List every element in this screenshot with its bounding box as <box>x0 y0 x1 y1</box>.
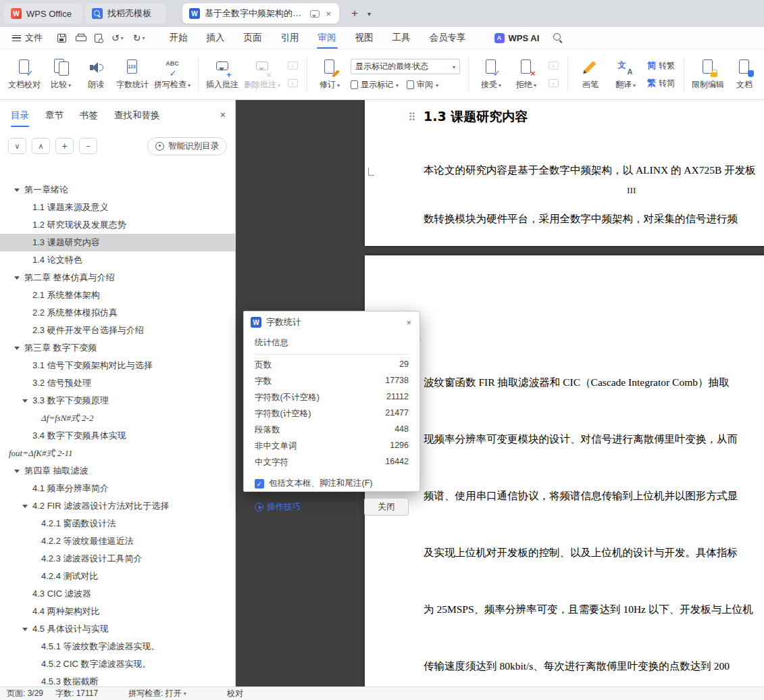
markup-state-select[interactable]: 显示标记的最终状态 <box>351 59 460 74</box>
toc-item[interactable]: 4.5 具体设计与实现 <box>0 620 235 638</box>
operation-tips-link[interactable]: 操作技巧 <box>255 501 301 513</box>
toc-item[interactable]: 4.2 FIR 滤波器设计方法对比于选择 <box>0 497 235 515</box>
restrict-edit-button[interactable]: 限制编辑 <box>689 53 727 96</box>
proofread-button[interactable]: 校对 <box>227 688 243 699</box>
read-aloud-button[interactable]: 朗读 <box>78 53 113 96</box>
accept-button[interactable]: 接受 <box>474 53 509 96</box>
toc-item[interactable]: 4.3 CIC 滤波器 <box>0 585 235 603</box>
word-count-indicator[interactable]: 字数: 17117 <box>55 688 98 699</box>
toc-expand-button[interactable] <box>32 138 50 154</box>
toc-item[interactable]: 第一章绪论 <box>0 181 235 199</box>
toc-item[interactable]: 4.2.1 窗函数设计法 <box>0 515 235 532</box>
sidebar-tab-chapter[interactable]: 章节 <box>45 100 63 131</box>
expand-arrow-icon[interactable] <box>14 347 20 350</box>
toc-zoom-out-button[interactable] <box>79 138 97 154</box>
drag-handle-icon[interactable] <box>408 112 416 123</box>
menu-item-view[interactable]: 视图 <box>346 27 383 49</box>
word-count-button[interactable]: 字数统计 <box>113 53 151 96</box>
toc-item[interactable]: 2.1 系统整体架构 <box>0 286 235 304</box>
menu-item-page[interactable]: 页面 <box>234 27 272 49</box>
toc-zoom-in-button[interactable] <box>55 138 74 154</box>
dialog-close-button[interactable]: 关闭 <box>364 498 409 516</box>
compare-button[interactable]: 比较 <box>43 53 78 96</box>
expand-arrow-icon[interactable] <box>14 276 20 280</box>
toc-item[interactable]: 第二章 整体仿真与介绍 <box>0 269 235 286</box>
delete-comment-button[interactable]: 删除批注 <box>241 53 283 96</box>
tab-wps-office[interactable]: W WPS Office <box>4 3 82 24</box>
toc-item[interactable]: 1.4 论文特色 <box>0 251 235 269</box>
toc-item-formula[interactable]: fout=ΔfK#式 2-11 <box>0 445 235 462</box>
toc-collapse-button[interactable] <box>8 138 26 154</box>
review-pane-button[interactable]: 审阅 <box>407 79 438 91</box>
expand-arrow-icon[interactable] <box>14 470 20 473</box>
expand-arrow-icon[interactable] <box>22 628 28 631</box>
toc-item[interactable]: 3.1 信号下变频架构对比与选择 <box>0 357 235 374</box>
menu-item-start[interactable]: 开始 <box>160 27 197 49</box>
redo-button[interactable] <box>133 33 145 43</box>
toc-item[interactable]: 4.2.3 滤波器设计工具简介 <box>0 550 235 568</box>
toc-item[interactable]: 第三章 数字下变频 <box>0 339 235 357</box>
menu-item-reference[interactable]: 引用 <box>272 27 309 49</box>
toc-item[interactable]: 2.3 硬件开发平台选择与介绍 <box>0 322 235 339</box>
tab-list-caret-icon[interactable] <box>367 10 371 18</box>
translate-button[interactable]: A 翻译 <box>608 53 643 96</box>
checkbox-check-icon[interactable] <box>255 479 264 489</box>
toc-item[interactable]: 3.2 信号预处理 <box>0 374 235 392</box>
undo-caret-icon[interactable] <box>121 35 124 41</box>
toc-item[interactable]: 2.2 系统整体模拟仿真 <box>0 304 235 322</box>
expand-arrow-icon[interactable] <box>14 189 20 192</box>
toc-item[interactable]: 4.2.2 等波纹最佳逼近法 <box>0 532 235 550</box>
dialog-close-icon[interactable] <box>405 317 413 328</box>
tab-active-document[interactable]: W 基于全数字中频架构的低采样... <box>182 3 339 24</box>
save-button[interactable] <box>57 34 66 43</box>
show-markup-button[interactable]: 显示标记 <box>351 79 399 91</box>
comment-bubble-icon[interactable] <box>310 10 320 18</box>
print-button[interactable] <box>76 34 85 42</box>
page-indicator[interactable]: 页面: 3/29 <box>7 688 43 699</box>
tab-close-icon[interactable] <box>324 8 332 20</box>
toc-item[interactable]: 4.1 频率分辨率简介 <box>0 480 235 497</box>
toc-item[interactable]: 3.3 数字下变频原理 <box>0 392 235 409</box>
toc-item[interactable]: 4.5.1 等波纹数字滤波器实现。 <box>0 638 235 655</box>
next-comment-button[interactable] <box>285 77 300 89</box>
new-tab-button[interactable] <box>347 5 362 22</box>
search-icon[interactable] <box>553 32 563 43</box>
sidebar-tab-bookmark[interactable]: 书签 <box>80 100 98 131</box>
spell-check-button[interactable]: 拼写检查 <box>151 53 193 96</box>
smart-recognize-button[interactable]: 智能识别目录 <box>147 137 227 155</box>
reject-button[interactable]: 拒绝 <box>509 53 544 96</box>
toc-item[interactable]: 1.1 课题来源及意义 <box>0 199 235 216</box>
next-change-button[interactable] <box>546 77 561 89</box>
redo-caret-icon[interactable] <box>142 35 145 41</box>
toc-item[interactable]: 第四章 抽取滤波 <box>0 462 235 480</box>
toc-item[interactable]: 1.2 研究现状及发展态势 <box>0 216 235 234</box>
document-page-2[interactable]: 波纹窗函数 FIR 抽取滤波器和 CIC（Cascade Integrator … <box>365 255 764 686</box>
toc-item[interactable]: 4.5.2 CIC 数字滤波器实现。 <box>0 655 235 673</box>
toc-item[interactable]: 4.4 两种架构对比 <box>0 603 235 620</box>
doc-proof-button[interactable]: 文档校对 <box>5 53 43 96</box>
expand-arrow-icon[interactable] <box>22 505 28 508</box>
sidebar-close-icon[interactable] <box>220 109 226 120</box>
toc-item[interactable]: 4.2.4 测试对比 <box>0 568 235 585</box>
menu-item-membership[interactable]: 会员专享 <box>420 27 476 49</box>
traditional-to-simplified-button[interactable]: 繁 转简 <box>647 77 675 89</box>
sidebar-tab-catalog[interactable]: 目录 <box>11 100 29 131</box>
menu-item-tools[interactable]: 工具 <box>383 27 420 49</box>
simplified-to-traditional-button[interactable]: 简 转繁 <box>647 59 675 72</box>
track-changes-button[interactable]: 修订 <box>312 53 347 96</box>
insert-comment-button[interactable]: + 插入批注 <box>203 53 241 96</box>
wps-ai-button[interactable]: WPS AI <box>494 33 540 43</box>
toc-item[interactable]: 3.4 数字下变频具体实现 <box>0 427 235 445</box>
include-textbox-checkbox[interactable]: 包括文本框、脚注和尾注(F) <box>255 478 409 489</box>
sidebar-tab-find-replace[interactable]: 查找和替换 <box>114 100 160 131</box>
menu-item-review[interactable]: 审阅 <box>309 27 346 49</box>
spell-check-indicator[interactable]: 拼写检查: 打开 <box>128 688 186 699</box>
menu-item-insert[interactable]: 插入 <box>197 27 234 49</box>
previous-comment-button[interactable] <box>285 59 300 72</box>
file-menu-button[interactable]: 文件 <box>7 27 48 49</box>
undo-button[interactable] <box>111 33 124 43</box>
dialog-title-bar[interactable]: W 字数统计 <box>244 311 419 333</box>
toc-item-formula[interactable]: Δf=fsN#式 2-2 <box>0 409 235 427</box>
toc-item-selected[interactable]: 1.3 课题研究内容 <box>0 234 235 251</box>
doc-permission-button[interactable]: 文档 <box>727 53 762 96</box>
